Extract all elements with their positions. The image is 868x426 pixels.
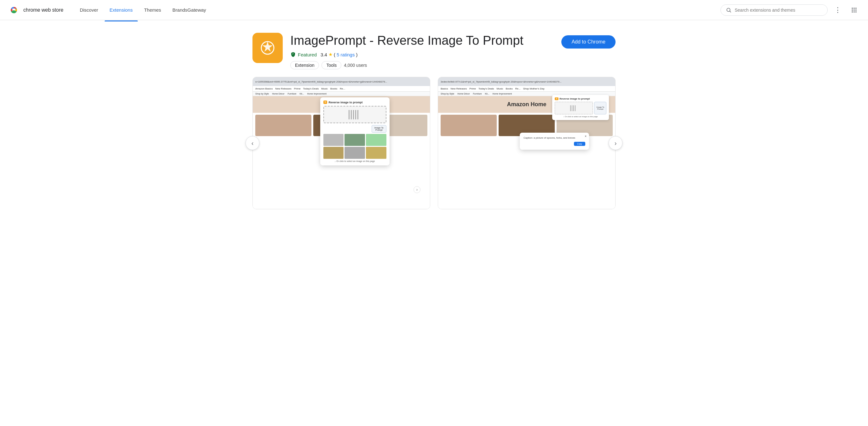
featured-badge: Featured bbox=[290, 52, 317, 57]
logo-text: chrome web store bbox=[23, 7, 63, 13]
screenshot-2: 3edec4e9b0-977c1&ref=pd_sl_7tpwmkmh5l_b&… bbox=[438, 77, 616, 209]
more-vert-icon: ⋮ bbox=[834, 6, 841, 14]
apps-grid-icon bbox=[851, 7, 857, 13]
popup-main-image bbox=[323, 106, 386, 123]
header: chrome web store Discover Extensions The… bbox=[0, 0, 868, 20]
rating-value: 3.4 bbox=[320, 52, 327, 57]
apps-grid-button[interactable] bbox=[848, 4, 861, 17]
svg-rect-4 bbox=[852, 7, 853, 8]
copy-button[interactable]: Copy bbox=[574, 142, 585, 146]
main-content: ImagePrompt - Reverse Image To Prompt Fe… bbox=[245, 20, 623, 222]
in-screenshot-arrow: › bbox=[413, 186, 421, 193]
featured-shield-icon bbox=[290, 52, 296, 57]
main-nav: Discover Extensions Themes BrandsGateway bbox=[75, 5, 713, 15]
extension-info: ImagePrompt - Reverse Image To Prompt Fe… bbox=[290, 33, 554, 69]
image-to-prompt-badge-1: Image ToPrompt bbox=[372, 125, 386, 133]
browser-bar-1: s=1055398&ext=6995-37751&ref=pd_sl_7tpwm… bbox=[253, 77, 430, 86]
ratings-link[interactable]: 5 ratings bbox=[337, 52, 355, 57]
nav-themes[interactable]: Themes bbox=[139, 5, 166, 15]
carousel-right-arrow[interactable]: › bbox=[609, 136, 622, 150]
grid-item-5 bbox=[344, 147, 365, 159]
logo-area: chrome web store bbox=[7, 4, 63, 17]
popup-cta-text-1: ↓ Or click to select an image on this pa… bbox=[323, 160, 386, 162]
svg-rect-8 bbox=[854, 9, 855, 10]
right-arrow-icon: › bbox=[615, 139, 617, 147]
caption-text: Caption: a picture of spoons, forks, and… bbox=[524, 136, 585, 139]
grid-item-6 bbox=[366, 147, 386, 159]
caption-close-button[interactable]: × bbox=[585, 135, 587, 138]
extension-title: ImagePrompt - Reverse Image To Prompt bbox=[290, 33, 554, 48]
grid-item-2 bbox=[344, 134, 365, 146]
rating-display: 3.4 ★ ( 5 ratings ) bbox=[320, 52, 358, 57]
popup-title-text-1: Reverse image to prompt bbox=[329, 101, 363, 104]
popup-grid-1 bbox=[323, 134, 386, 159]
tag-extension: Extension bbox=[290, 61, 319, 69]
popup-small-title: T Reverse image to prompt bbox=[555, 97, 607, 100]
svg-line-3 bbox=[730, 11, 731, 12]
image-to-prompt-badge-2: Image ToPrompt bbox=[594, 102, 607, 114]
nav-brandsgateway[interactable]: BrandsGateway bbox=[167, 5, 211, 15]
caption-box: × Caption: a picture of spoons, forks, a… bbox=[520, 133, 589, 150]
svg-rect-10 bbox=[852, 11, 853, 12]
amazon-nav-1: Amazon BasicsNew ReleasesPrimeToday's De… bbox=[253, 86, 430, 92]
silverware-icon bbox=[347, 108, 363, 121]
svg-rect-23 bbox=[575, 105, 576, 111]
extension-icon-svg bbox=[256, 37, 279, 59]
carousel-left-arrow[interactable]: ‹ bbox=[246, 136, 259, 150]
header-right: ⋮ bbox=[720, 4, 861, 17]
popup-title-1: T Reverse image to prompt bbox=[323, 100, 386, 104]
search-icon bbox=[726, 7, 732, 13]
extension-meta: Featured 3.4 ★ ( 5 ratings ) bbox=[290, 52, 554, 57]
browser-content-2: BasicsNew ReleasesPrimeToday's DealsMusi… bbox=[438, 86, 615, 209]
svg-rect-12 bbox=[856, 11, 856, 12]
add-to-chrome-button[interactable]: Add to Chrome bbox=[561, 35, 616, 48]
svg-rect-15 bbox=[349, 110, 349, 120]
extension-tags: Extension Tools 4,000 users bbox=[290, 61, 554, 69]
svg-rect-7 bbox=[852, 9, 853, 10]
grid-item-3 bbox=[366, 134, 386, 146]
svg-rect-11 bbox=[854, 11, 855, 12]
screenshots-section: ‹ s=1055398&ext=6995-37751&ref=pd_sl_7tp… bbox=[252, 77, 616, 209]
browser-content-1: Amazon BasicsNew ReleasesPrimeToday's De… bbox=[253, 86, 430, 209]
svg-rect-22 bbox=[573, 105, 574, 111]
reverse-prompt-label: Reverse image to prompt bbox=[559, 97, 590, 100]
svg-rect-19 bbox=[358, 110, 359, 120]
grid-item-4 bbox=[323, 147, 344, 159]
nav-discover[interactable]: Discover bbox=[75, 5, 103, 15]
screenshot-2-browser: 3edec4e9b0-977c1&ref=pd_sl_7tpwmkmh5l_b&… bbox=[438, 77, 615, 209]
tag-tools: Tools bbox=[321, 61, 341, 69]
grid-item-1 bbox=[323, 134, 344, 146]
svg-rect-5 bbox=[854, 7, 855, 8]
svg-rect-18 bbox=[355, 110, 356, 120]
browser-bar-2: 3edec4e9b0-977c1&ref=pd_sl_7tpwmkmh5l_b&… bbox=[438, 77, 615, 86]
chrome-logo-icon bbox=[7, 4, 20, 17]
svg-rect-21 bbox=[572, 105, 572, 111]
popup-small-content: Image ToPrompt bbox=[555, 102, 607, 114]
screenshot-1: s=1055398&ext=6995-37751&ref=pd_sl_7tpwm… bbox=[252, 77, 430, 209]
amazon-subnav-1: Shop by StyleHome DécorFurnitureKit...Ho… bbox=[253, 92, 430, 96]
popup-overlay-1: T Reverse image to prompt bbox=[320, 97, 390, 165]
nav-extensions[interactable]: Extensions bbox=[105, 5, 138, 15]
screenshots-container: s=1055398&ext=6995-37751&ref=pd_sl_7tpwm… bbox=[252, 77, 616, 209]
left-arrow-icon: ‹ bbox=[251, 139, 254, 147]
extension-icon bbox=[252, 33, 283, 63]
search-input[interactable] bbox=[735, 7, 822, 12]
popup-small-2: T Reverse image to prompt bbox=[552, 95, 609, 120]
svg-rect-16 bbox=[351, 110, 352, 120]
popup-small-cta: ↓ Or click to select an image on this pa… bbox=[555, 116, 607, 118]
svg-rect-6 bbox=[856, 7, 856, 8]
search-box[interactable] bbox=[720, 4, 828, 16]
amazon-nav-2: BasicsNew ReleasesPrimeToday's DealsMusi… bbox=[438, 86, 615, 92]
star-icon: ★ bbox=[329, 52, 333, 57]
silverware-small-icon bbox=[569, 104, 579, 112]
extension-header: ImagePrompt - Reverse Image To Prompt Fe… bbox=[252, 33, 616, 69]
svg-rect-9 bbox=[856, 9, 856, 10]
featured-label: Featured bbox=[298, 52, 317, 57]
svg-rect-20 bbox=[570, 105, 571, 111]
user-count: 4,000 users bbox=[344, 63, 367, 68]
screenshot-1-browser: s=1055398&ext=6995-37751&ref=pd_sl_7tpwm… bbox=[253, 77, 430, 209]
more-options-button[interactable]: ⋮ bbox=[831, 4, 844, 17]
svg-rect-17 bbox=[353, 110, 354, 120]
